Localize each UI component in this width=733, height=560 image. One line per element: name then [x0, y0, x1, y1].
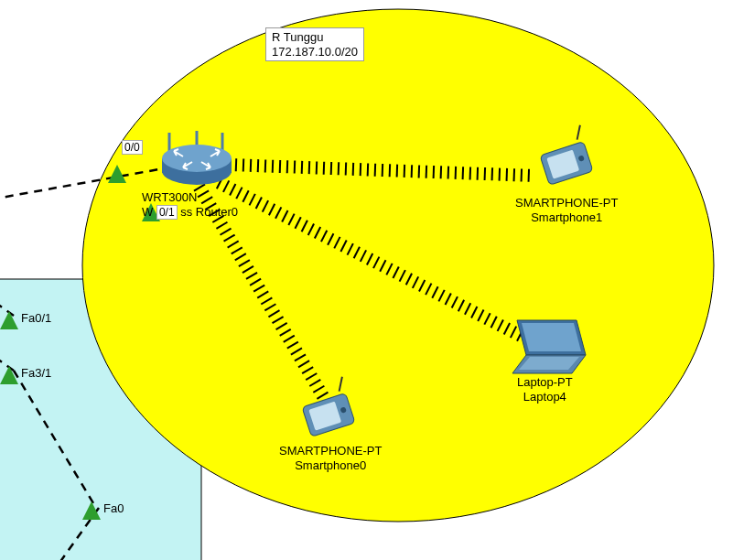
svg-line-12 [317, 161, 318, 174]
svg-line-37 [500, 168, 501, 181]
svg-line-32 [463, 167, 464, 179]
svg-line-19 [368, 163, 369, 176]
router-port-0-1: 0/1 [156, 205, 178, 220]
svg-line-41 [529, 169, 530, 182]
switch-port-fa0: Fa0 [103, 501, 124, 516]
svg-line-30 [448, 167, 449, 179]
svg-line-2 [243, 159, 244, 172]
smartphone0-type: SMARTPHONE-PT [279, 444, 382, 458]
svg-line-14 [331, 162, 332, 175]
svg-marker-140 [522, 323, 581, 351]
switch-port-fa31: Fa3/1 [21, 366, 51, 381]
svg-line-24 [404, 165, 405, 178]
svg-line-38 [507, 168, 508, 181]
smartphone0-name: Smartphone0 [279, 458, 382, 473]
svg-line-33 [470, 167, 471, 179]
laptop-type: Laptop-PT [517, 375, 573, 390]
svg-line-10 [302, 161, 303, 174]
svg-line-17 [353, 163, 354, 176]
zone-ellipse [82, 9, 714, 522]
svg-line-22 [390, 164, 391, 177]
svg-line-40 [522, 168, 523, 181]
svg-line-16 [346, 163, 347, 176]
svg-line-39 [514, 168, 515, 181]
zone-title-line1: R Tunggu [272, 30, 358, 45]
zone-title-line2: 172.187.10.0/20 [272, 45, 358, 59]
zone-title-box: R Tunggu 172.187.10.0/20 [265, 27, 364, 61]
router-name-line: W 0/1 ss Router0 [142, 205, 238, 220]
svg-line-7 [280, 160, 281, 173]
svg-line-34 [478, 167, 479, 180]
svg-line-26 [419, 165, 420, 178]
svg-line-9 [295, 161, 296, 174]
router-port-0-0: 0/0 [122, 140, 143, 155]
smartphone0-labels: SMARTPHONE-PT Smartphone0 [279, 444, 382, 472]
svg-line-13 [324, 162, 325, 175]
svg-point-134 [162, 145, 232, 172]
smartphone1-type: SMARTPHONE-PT [515, 196, 618, 210]
svg-line-3 [251, 159, 252, 172]
svg-line-25 [412, 165, 413, 178]
svg-line-8 [287, 160, 288, 173]
svg-line-36 [492, 167, 493, 180]
laptop-name: Laptop4 [517, 390, 573, 404]
switch-port-fa01: Fa0/1 [21, 311, 51, 326]
svg-line-18 [361, 163, 361, 176]
svg-line-35 [485, 167, 486, 180]
router-model: WRT300N [142, 190, 238, 205]
svg-line-11 [309, 161, 310, 174]
svg-line-4 [258, 159, 259, 172]
laptop-labels: Laptop-PT Laptop4 [517, 375, 573, 404]
svg-line-5 [265, 159, 266, 172]
svg-line-15 [339, 162, 340, 175]
svg-line-6 [273, 160, 274, 173]
svg-line-23 [397, 165, 398, 178]
svg-line-27 [426, 166, 427, 178]
svg-line-21 [383, 164, 383, 177]
smartphone1-name: Smartphone1 [515, 210, 618, 225]
svg-line-1 [236, 158, 237, 171]
router-labels: WRT300N W 0/1 ss Router0 [142, 190, 238, 220]
svg-line-28 [434, 166, 435, 178]
svg-line-29 [441, 166, 442, 178]
svg-line-20 [375, 164, 376, 177]
smartphone1-labels: SMARTPHONE-PT Smartphone1 [515, 196, 618, 224]
svg-line-31 [456, 167, 457, 179]
